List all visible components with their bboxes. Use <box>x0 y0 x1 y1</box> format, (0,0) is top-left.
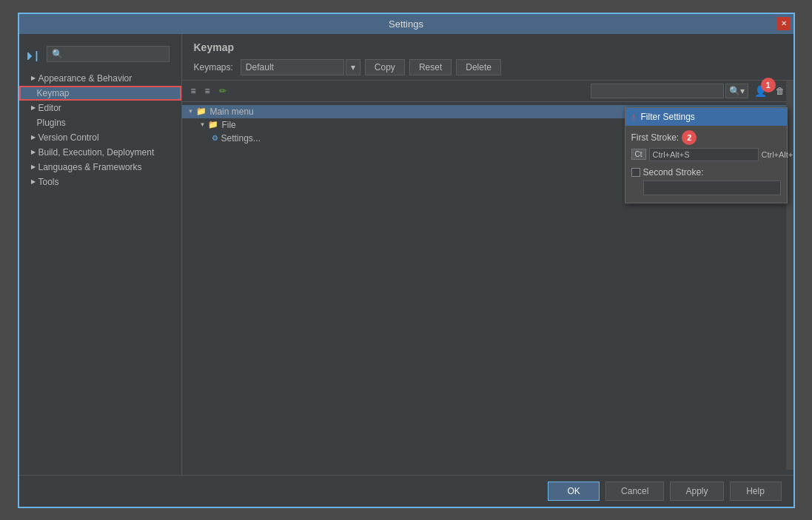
main-content: Keymap Keymaps: Default ▾ Copy Reset Del… <box>182 34 793 475</box>
dialog-body: ⏵| ▶ Appearance & Behavior Keymap ▶ Edit… <box>19 34 793 475</box>
badge-2: 2 <box>682 130 697 145</box>
dialog-footer: OK Cancel Apply Help <box>19 475 793 507</box>
keymaps-label: Keymaps: <box>194 62 233 72</box>
toolbar-search-area: 🔍▾ <box>591 84 748 98</box>
folder-icon: 📁 <box>196 107 207 116</box>
shortcut-prefix-badge: Ct <box>631 149 646 160</box>
second-stroke-input-row <box>631 180 781 195</box>
tree-row-label: Settings... <box>221 133 261 143</box>
filter-settings-popup: ↑ Filter Settings First Stroke: 2 Ct Ctr… <box>625 107 788 203</box>
reset-button[interactable]: Reset <box>409 59 452 75</box>
expand-arrow-icon: ▶ <box>31 104 36 111</box>
sidebar: ⏵| ▶ Appearance & Behavior Keymap ▶ Edit… <box>19 34 182 475</box>
window-title: Settings <box>389 18 423 30</box>
first-stroke-label: First Stroke: <box>631 132 680 143</box>
keymap-selector[interactable]: Default <box>241 59 344 75</box>
filter-popup-body: First Stroke: 2 Ct Ctrl+Alt+S Second Str… <box>625 126 787 203</box>
tree-row-label: File <box>221 120 235 130</box>
keymap-dropdown-button[interactable]: ▾ <box>346 59 360 75</box>
first-stroke-value: Ctrl+Alt+S <box>762 150 793 159</box>
sidebar-item-appearance[interactable]: ▶ Appearance & Behavior <box>19 71 181 86</box>
apply-button[interactable]: Apply <box>670 482 723 501</box>
second-stroke-checkbox[interactable] <box>631 168 640 177</box>
expand-all-button[interactable]: ≡ <box>202 84 213 98</box>
sidebar-search-input[interactable] <box>47 46 169 62</box>
sidebar-item-label: Keymap <box>37 88 70 98</box>
sidebar-item-label: Version Control <box>38 132 99 143</box>
sidebar-item-label: Build, Execution, Deployment <box>38 147 155 158</box>
sidebar-item-plugins[interactable]: Plugins <box>19 115 181 130</box>
expand-arrow-icon: ▶ <box>31 134 36 141</box>
first-stroke-input-row: Ct Ctrl+Alt+S <box>631 148 781 161</box>
sidebar-item-vcs[interactable]: ▶ Version Control <box>19 130 181 145</box>
filter-popup-title: Filter Settings <box>641 112 695 122</box>
second-stroke-row: Second Stroke: <box>631 167 781 178</box>
ok-button[interactable]: OK <box>548 482 600 501</box>
cancel-button[interactable]: Cancel <box>605 482 664 501</box>
sidebar-item-build[interactable]: ▶ Build, Execution, Deployment <box>19 145 181 160</box>
help-button[interactable]: Help <box>730 482 782 501</box>
expand-arrow-icon: ▶ <box>31 149 36 155</box>
expand-arrow-icon: ▶ <box>31 178 36 185</box>
expand-arrow-icon: ▶ <box>31 163 36 170</box>
edit-button[interactable]: ✏ <box>216 84 229 98</box>
second-stroke-input[interactable] <box>643 180 781 195</box>
collapse-all-button[interactable]: ≡ <box>188 84 199 98</box>
sidebar-item-languages[interactable]: ▶ Languages & Frameworks <box>19 160 181 175</box>
sidebar-item-tools[interactable]: ▶ Tools <box>19 175 181 189</box>
copy-button[interactable]: Copy <box>365 59 405 75</box>
keymap-header: Keymap Keymaps: Default ▾ Copy Reset Del… <box>182 34 793 81</box>
keymap-search-input[interactable] <box>591 84 724 98</box>
first-stroke-input[interactable] <box>649 148 759 161</box>
expand-arrow-icon: ▼ <box>188 108 194 115</box>
settings-icon: ⚙ <box>212 134 218 142</box>
sidebar-item-label: Appearance & Behavior <box>38 73 132 84</box>
close-button[interactable]: ✕ <box>777 17 791 30</box>
red-arrow-icon: ↑ <box>631 111 637 123</box>
filter-popup-header: ↑ Filter Settings <box>625 108 787 126</box>
tree-row-label: Main menu <box>209 107 253 117</box>
sidebar-item-label: Editor <box>38 103 61 113</box>
filter-icon-area: 👤 1 <box>751 84 770 98</box>
sidebar-item-label: Plugins <box>37 118 66 128</box>
keymap-controls: Keymaps: Default ▾ Copy Reset Delete <box>194 59 782 75</box>
sidebar-item-keymap[interactable]: Keymap <box>19 86 181 101</box>
delete-button[interactable]: Delete <box>456 59 501 75</box>
keymap-section-title: Keymap <box>194 41 782 53</box>
settings-dialog: Settings ✕ ⏵| ▶ Appearance & Behavior Ke… <box>18 13 795 508</box>
title-bar: Settings ✕ <box>19 14 793 34</box>
ide-logo: ⏵| <box>25 50 38 61</box>
expand-arrow-icon: ▶ <box>31 75 36 81</box>
folder-icon: 📁 <box>208 120 218 129</box>
sidebar-item-editor[interactable]: ▶ Editor <box>19 101 181 115</box>
sidebar-item-label: Tools <box>38 177 59 187</box>
sidebar-item-label: Languages & Frameworks <box>38 162 142 172</box>
second-stroke-label: Second Stroke: <box>643 167 704 178</box>
expand-arrow-icon: ▼ <box>200 121 206 128</box>
search-dropdown-button[interactable]: 🔍▾ <box>725 84 748 98</box>
tree-toolbar: ≡ ≡ ✏ 🔍▾ 👤 1 🗑 ↑ <box>182 81 793 102</box>
first-stroke-row: First Stroke: 2 <box>631 130 781 145</box>
badge-1: 1 <box>761 78 776 92</box>
